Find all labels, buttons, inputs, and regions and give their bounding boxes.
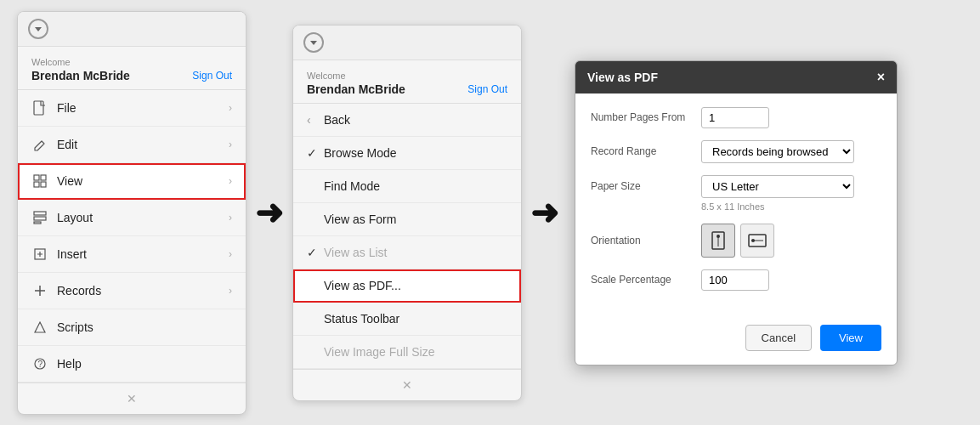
- submenu-item-view-as-form[interactable]: View as Form: [293, 203, 521, 236]
- svg-rect-4: [41, 182, 46, 187]
- menu-item-edit[interactable]: Edit ›: [18, 127, 246, 163]
- menu-item-scripts[interactable]: Scripts: [18, 309, 246, 346]
- menu-item-view-label: View: [57, 174, 229, 188]
- svg-rect-3: [34, 182, 39, 187]
- scripts-icon: [31, 319, 48, 336]
- view-as-pdf-dialog: View as PDF × Number Pages From Record R…: [575, 60, 898, 366]
- browse-mode-check: ✓: [307, 146, 324, 160]
- view-button[interactable]: View: [820, 325, 881, 351]
- svg-rect-0: [34, 101, 43, 115]
- edit-icon: [31, 136, 48, 153]
- panel1-circle-button[interactable]: [28, 19, 48, 39]
- submenu-item-view-as-pdf[interactable]: View as PDF...: [293, 269, 521, 303]
- svg-rect-1: [34, 175, 39, 180]
- panel1-welcome: Welcome: [31, 57, 232, 67]
- svg-rect-2: [41, 175, 46, 180]
- panel1-close-icon[interactable]: ✕: [127, 392, 137, 405]
- dialog-title: View as PDF: [587, 71, 658, 84]
- submenu-find-mode-label: Find Mode: [324, 179, 507, 193]
- layout-chevron-icon: ›: [229, 212, 232, 224]
- menu-item-insert-label: Insert: [57, 247, 229, 261]
- panel1-user-row: Brendan McBride Sign Out: [31, 69, 232, 82]
- number-pages-label: Number Pages From: [591, 111, 701, 123]
- panel2-circle-button[interactable]: [303, 32, 324, 53]
- menu-item-edit-label: Edit: [57, 138, 229, 151]
- dialog-close-button[interactable]: ×: [877, 70, 885, 85]
- svg-rect-7: [34, 222, 41, 224]
- panel2-username: Brendan McBride: [307, 82, 405, 96]
- submenu-browse-mode-label: Browse Mode: [324, 146, 507, 160]
- number-pages-input[interactable]: [701, 107, 769, 128]
- orientation-label: Orientation: [591, 235, 701, 246]
- submenu-view-as-form-label: View as Form: [324, 212, 507, 226]
- panel2-user-section: Welcome Brendan McBride Sign Out: [293, 60, 521, 104]
- records-icon: [31, 282, 48, 299]
- number-pages-row: Number Pages From: [591, 107, 881, 128]
- menu-item-file[interactable]: File ›: [18, 90, 246, 127]
- dialog-footer: Cancel View: [575, 316, 897, 365]
- portrait-button[interactable]: [701, 224, 735, 258]
- submenu-view-as-list-label: View as List: [324, 246, 507, 259]
- submenu-item-find-mode[interactable]: Find Mode: [293, 170, 521, 203]
- submenu-item-back[interactable]: ‹ Back: [293, 104, 521, 137]
- record-range-select[interactable]: Records being browsed Current record All…: [701, 140, 854, 163]
- submenu-item-status-toolbar[interactable]: Status Toolbar: [293, 303, 521, 336]
- menu-item-help[interactable]: ? Help: [18, 346, 246, 382]
- scale-percentage-label: Scale Percentage: [591, 274, 701, 286]
- submenu-item-view-image-full-size[interactable]: View Image Full Size: [293, 336, 521, 369]
- main-container: Welcome Brendan McBride Sign Out File › …: [0, 0, 980, 425]
- dialog-header: View as PDF ×: [575, 61, 897, 94]
- main-menu-panel: Welcome Brendan McBride Sign Out File › …: [17, 11, 246, 415]
- view-as-list-check: ✓: [307, 246, 324, 259]
- panel2-footer: ✕: [293, 369, 521, 400]
- submenu-item-browse-mode[interactable]: ✓ Browse Mode: [293, 137, 521, 170]
- landscape-button[interactable]: [740, 224, 774, 258]
- record-range-label: Record Range: [591, 145, 701, 157]
- menu-item-records-label: Records: [57, 284, 229, 298]
- insert-chevron-icon: ›: [229, 248, 232, 260]
- arrow2: ➜: [530, 193, 559, 232]
- submenu-view-as-pdf-label: View as PDF...: [324, 279, 507, 292]
- panel2-welcome: Welcome: [307, 71, 507, 81]
- panel2-close-icon[interactable]: ✕: [402, 378, 412, 392]
- menu-item-view[interactable]: View ›: [18, 163, 246, 200]
- view-chevron-icon: ›: [229, 175, 232, 187]
- submenu-item-view-as-list[interactable]: ✓ View as List: [293, 236, 521, 269]
- menu-item-layout-label: Layout: [57, 211, 229, 224]
- svg-point-19: [751, 239, 755, 242]
- cancel-button[interactable]: Cancel: [745, 325, 812, 351]
- panel1-signout[interactable]: Sign Out: [192, 70, 232, 82]
- menu-item-insert[interactable]: Insert ›: [18, 236, 246, 273]
- paper-size-label: Paper Size: [591, 180, 701, 192]
- panel1-user-section: Welcome Brendan McBride Sign Out: [18, 47, 246, 90]
- menu-item-layout[interactable]: Layout ›: [18, 200, 246, 236]
- submenu-back-label: Back: [324, 113, 507, 127]
- panel1-footer: ✕: [18, 382, 246, 414]
- scale-percentage-input[interactable]: [701, 269, 769, 291]
- back-icon: ‹: [307, 113, 324, 127]
- menu-item-file-label: File: [57, 101, 229, 115]
- record-range-row: Record Range Records being browsed Curre…: [591, 140, 881, 163]
- svg-marker-11: [35, 322, 45, 332]
- paper-size-sublabel: 8.5 x 11 Inches: [701, 201, 881, 212]
- panel2-user-row: Brendan McBride Sign Out: [307, 82, 507, 96]
- records-chevron-icon: ›: [229, 285, 232, 297]
- submenu-view-image-label: View Image Full Size: [324, 345, 507, 359]
- edit-chevron-icon: ›: [229, 139, 232, 150]
- svg-point-16: [717, 235, 720, 238]
- svg-rect-5: [34, 212, 46, 215]
- submenu-panel: Welcome Brendan McBride Sign Out ‹ Back …: [292, 25, 522, 401]
- arrow1: ➜: [255, 193, 284, 232]
- file-icon: [31, 99, 48, 116]
- file-chevron-icon: ›: [229, 102, 232, 114]
- dialog-body: Number Pages From Record Range Records b…: [575, 94, 897, 316]
- scale-percentage-row: Scale Percentage: [591, 269, 881, 291]
- menu-item-records[interactable]: Records ›: [18, 273, 246, 309]
- panel1-username: Brendan McBride: [31, 69, 130, 82]
- paper-size-select[interactable]: US Letter A4 Legal: [701, 175, 854, 198]
- view-icon: [31, 173, 48, 190]
- help-icon: ?: [31, 355, 48, 372]
- layout-icon: [31, 209, 48, 226]
- panel2-signout[interactable]: Sign Out: [467, 83, 507, 95]
- svg-text:?: ?: [38, 360, 43, 369]
